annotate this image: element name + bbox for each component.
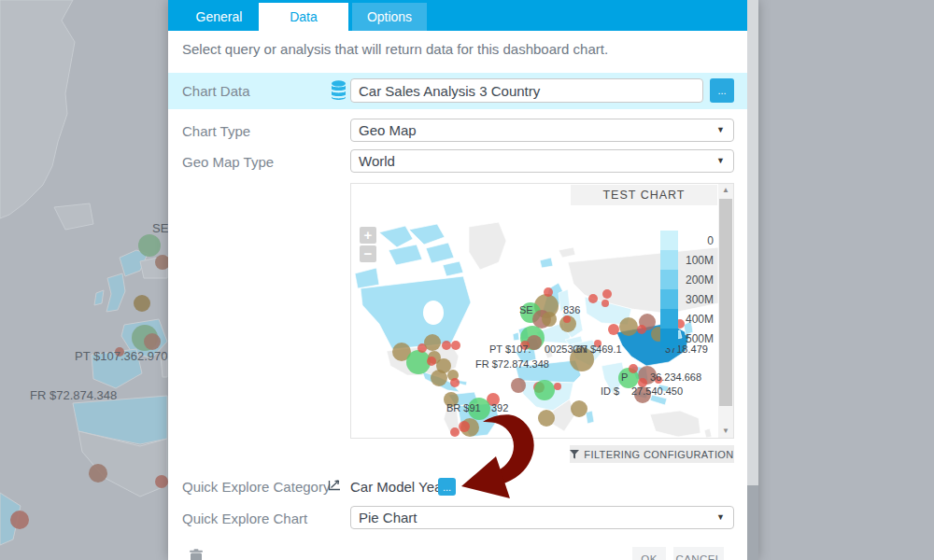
- background-value-label: SE: [152, 221, 169, 235]
- map-bubble: [406, 350, 431, 374]
- chart-data-browse-button[interactable]: ...: [710, 78, 734, 103]
- map-bubble: [451, 341, 460, 350]
- quick-explore-chart-label: Quick Explore Chart: [182, 511, 307, 526]
- map-value-label: PT $107.: [489, 343, 531, 355]
- map-value-label: SE: [519, 304, 533, 315]
- chart-data-row: Chart Data ...: [168, 73, 747, 109]
- map-value-label: ID $: [601, 385, 619, 397]
- quick-explore-chart-select[interactable]: Pie Chart ▼: [350, 506, 734, 529]
- background-bubble: [144, 333, 161, 350]
- legend-color-swatch: [660, 329, 678, 348]
- map-bubble: [588, 294, 598, 303]
- background-bubble: [10, 511, 29, 529]
- filter-funnel-icon: [570, 450, 579, 459]
- preview-scrollbar[interactable]: ▲ ▼: [718, 184, 733, 438]
- trash-icon[interactable]: [189, 549, 204, 560]
- chart-config-dialog: General Data Options Select query or ana…: [168, 0, 758, 560]
- geo-map-type-label: Geo Map Type: [182, 154, 274, 170]
- chevron-down-icon: ▼: [716, 150, 725, 172]
- scroll-down-icon[interactable]: ▼: [718, 425, 733, 438]
- map-value-label: FR $72.874.348: [475, 358, 549, 370]
- chevron-down-icon: ▼: [716, 507, 725, 528]
- map-bubble: [544, 287, 553, 297]
- background-bubble: [155, 475, 168, 488]
- legend-row: 100M: [660, 250, 714, 270]
- map-bubble: [511, 378, 526, 393]
- map-bubble: [563, 315, 571, 323]
- quick-explore-category-browse-button[interactable]: ...: [438, 478, 456, 496]
- geo-map-type-value: World: [359, 153, 395, 169]
- chart-data-input[interactable]: [350, 78, 703, 103]
- legend-label: 300M: [682, 293, 714, 306]
- map-bubble: [534, 380, 555, 400]
- map-bubble: [637, 325, 646, 334]
- tab-data[interactable]: Data: [259, 3, 348, 31]
- quick-explore-chart-value: Pie Chart: [359, 510, 417, 525]
- map-bubble: [619, 317, 638, 336]
- legend-row: 400M: [660, 309, 714, 329]
- legend-color-swatch: [660, 231, 678, 250]
- background-bubble: [134, 295, 150, 312]
- legend-row: 0: [660, 231, 714, 250]
- map-bubble: [450, 427, 460, 437]
- map-legend: 0100M200M300M400M500M: [660, 231, 714, 348]
- legend-label: 200M: [682, 273, 714, 287]
- map-bubble: [424, 334, 441, 351]
- tab-general[interactable]: General: [180, 3, 258, 31]
- legend-row: 200M: [660, 270, 714, 289]
- test-chart-button[interactable]: TEST CHART: [571, 185, 717, 205]
- background-value-label: FR $72.874.348: [30, 388, 117, 402]
- dialog-scrollbar[interactable]: [747, 0, 758, 560]
- map-bubble: [459, 421, 470, 432]
- map-value-label: 392: [491, 402, 508, 413]
- map-bubble: [538, 410, 555, 427]
- chart-type-value: Geo Map: [359, 122, 417, 138]
- map-bubble: [450, 378, 460, 387]
- legend-color-swatch: [660, 270, 678, 289]
- map-bubble: [427, 357, 436, 366]
- chart-data-label: Chart Data: [182, 83, 250, 99]
- filtering-configuration-button[interactable]: FILTERING CONFIGURATION: [570, 445, 734, 463]
- cancel-button[interactable]: CANCEL: [673, 547, 724, 560]
- map-bubble: [542, 312, 557, 327]
- map-bubble: [554, 383, 561, 390]
- geo-map-type-select[interactable]: World ▼: [350, 149, 734, 173]
- scroll-up-icon[interactable]: ▲: [718, 184, 733, 197]
- map-value-label: CN $469.1: [573, 343, 622, 355]
- filtering-configuration-label: FILTERING CONFIGURATION: [584, 449, 733, 460]
- legend-label: 0: [682, 234, 714, 247]
- map-bubble: [608, 324, 619, 335]
- legend-color-swatch: [660, 289, 678, 309]
- map-value-label: 27.540.450: [631, 385, 683, 397]
- dialog-subtitle: Select query or analysis that will retur…: [182, 41, 608, 57]
- map-preview-panel[interactable]: SE836PT $107.00253.67FR $72.874.348CN $4…: [350, 183, 734, 439]
- ok-button[interactable]: OK: [632, 547, 666, 560]
- tab-bar: General Data Options: [168, 0, 747, 31]
- legend-color-swatch: [660, 250, 678, 270]
- legend-label: 400M: [682, 313, 714, 326]
- quick-explore-category-value: Car Model Year: [350, 479, 446, 495]
- legend-row: 500M: [660, 329, 714, 348]
- legend-row: 300M: [660, 289, 714, 309]
- map-value-label: 36.234.668: [650, 371, 701, 383]
- map-value-label: 836: [563, 304, 580, 315]
- map-bubble: [601, 300, 609, 307]
- explore-axes-icon: [327, 478, 342, 492]
- dialog-scrollbar-thumb[interactable]: [747, 485, 758, 560]
- background-bubble: [138, 234, 161, 257]
- map-value-label: BR $91: [446, 402, 481, 413]
- background-value-label: PT $107.362.970: [75, 349, 168, 363]
- legend-label: 500M: [682, 332, 714, 345]
- tab-options[interactable]: Options: [352, 3, 427, 31]
- zoom-in-button[interactable]: +: [360, 227, 376, 244]
- preview-scrollbar-thumb[interactable]: [719, 199, 732, 406]
- map-bubble: [629, 364, 638, 373]
- map-bubble: [571, 400, 587, 417]
- chart-type-select[interactable]: Geo Map ▼: [350, 119, 734, 142]
- chevron-down-icon: ▼: [716, 119, 725, 141]
- background-bubble: [89, 464, 107, 483]
- zoom-out-button[interactable]: −: [360, 245, 376, 262]
- map-bubble: [431, 370, 447, 386]
- quick-explore-category-label: Quick Explore Category: [182, 479, 330, 495]
- chart-type-label: Chart Type: [182, 123, 250, 139]
